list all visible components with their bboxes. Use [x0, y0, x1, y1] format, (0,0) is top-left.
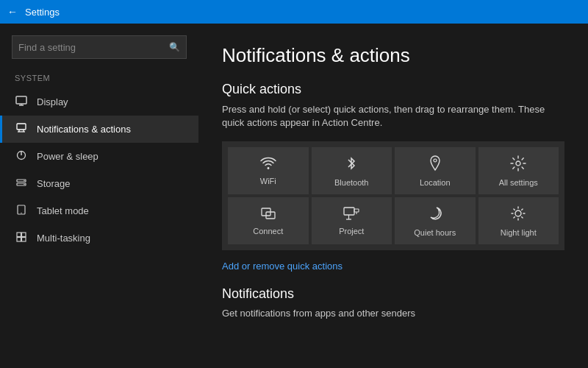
tile-wifi-label: WiFi — [260, 177, 276, 185]
back-button[interactable]: ← — [7, 6, 18, 18]
wifi-icon — [260, 157, 276, 174]
svg-rect-15 — [17, 233, 21, 237]
sidebar-item-power[interactable]: Power & sleep — [0, 143, 198, 170]
tile-wifi[interactable]: WiFi — [228, 147, 309, 194]
svg-rect-0 — [16, 96, 26, 104]
tablet-icon — [15, 205, 28, 217]
svg-rect-25 — [344, 208, 354, 215]
sidebar-item-multitasking-label: Multi-tasking — [37, 233, 90, 244]
sidebar-item-power-label: Power & sleep — [37, 151, 98, 162]
svg-point-30 — [515, 210, 521, 216]
display-icon — [15, 96, 28, 108]
add-remove-link[interactable]: Add or remove quick actions — [222, 261, 343, 272]
tile-connect[interactable]: Connect — [228, 197, 309, 244]
night-light-icon — [510, 205, 526, 225]
sidebar-item-display-label: Display — [37, 96, 68, 107]
svg-point-12 — [24, 184, 25, 185]
tile-location[interactable]: Location — [395, 147, 476, 194]
svg-rect-3 — [17, 124, 26, 130]
storage-icon — [15, 177, 28, 190]
sidebar-section-title: System — [0, 71, 198, 88]
tile-project[interactable]: Project — [312, 197, 392, 244]
main-layout: 🔍 System Display Notifications & actions… — [0, 24, 588, 368]
search-icon: 🔍 — [169, 42, 180, 52]
location-icon — [429, 155, 442, 175]
title-bar: ← Settings — [0, 0, 588, 24]
notifications-title: Notifications — [222, 286, 564, 302]
svg-point-14 — [21, 213, 21, 213]
quiet-hours-icon — [427, 205, 443, 225]
quick-actions-title: Quick actions — [222, 82, 564, 97]
notifications-icon — [15, 123, 28, 135]
sidebar-item-tablet-label: Tablet mode — [37, 205, 89, 216]
notifications-desc: Get notifications from apps and other se… — [222, 308, 564, 319]
quick-actions-grid: WiFi Bluetooth Locati — [222, 141, 564, 250]
svg-rect-16 — [22, 233, 26, 237]
sidebar: 🔍 System Display Notifications & actions… — [0, 24, 198, 368]
tile-allsettings[interactable]: All settings — [478, 147, 559, 194]
tile-quiet[interactable]: Quiet hours — [395, 197, 476, 244]
sidebar-item-storage[interactable]: Storage — [0, 170, 198, 197]
search-input[interactable] — [18, 42, 169, 53]
tile-quiet-label: Quiet hours — [414, 228, 456, 237]
svg-point-22 — [516, 161, 520, 166]
sidebar-item-tablet[interactable]: Tablet mode — [0, 197, 198, 224]
multitasking-icon — [15, 232, 28, 244]
connect-icon — [260, 207, 276, 224]
allsettings-icon — [510, 155, 526, 175]
quick-actions-desc: Press and hold (or select) quick actions… — [222, 103, 564, 130]
svg-point-11 — [24, 180, 25, 182]
sidebar-item-notifications[interactable]: Notifications & actions — [0, 116, 198, 143]
sidebar-item-display[interactable]: Display — [0, 88, 198, 116]
tile-bluetooth[interactable]: Bluetooth — [312, 147, 392, 194]
power-icon — [15, 150, 28, 163]
project-icon — [343, 207, 359, 224]
tile-allsettings-label: All settings — [499, 178, 538, 187]
tile-nightlight[interactable]: Night light — [478, 197, 559, 244]
tile-bluetooth-label: Bluetooth — [334, 178, 368, 187]
svg-rect-18 — [22, 238, 26, 242]
tile-nightlight-label: Night light — [501, 228, 537, 237]
sidebar-item-storage-label: Storage — [37, 178, 71, 189]
svg-rect-28 — [354, 209, 359, 212]
search-box[interactable]: 🔍 — [12, 35, 187, 59]
svg-rect-17 — [17, 238, 21, 242]
tile-connect-label: Connect — [253, 227, 283, 236]
tile-location-label: Location — [420, 178, 451, 187]
tile-project-label: Project — [339, 227, 364, 236]
title-bar-title: Settings — [25, 7, 60, 18]
page-title: Notifications & actions — [222, 44, 564, 67]
svg-point-21 — [434, 159, 437, 162]
sidebar-item-notifications-label: Notifications & actions — [37, 124, 131, 135]
sidebar-item-multitasking[interactable]: Multi-tasking — [0, 224, 198, 252]
content-area: Notifications & actions Quick actions Pr… — [198, 24, 588, 368]
bluetooth-icon — [345, 155, 357, 175]
